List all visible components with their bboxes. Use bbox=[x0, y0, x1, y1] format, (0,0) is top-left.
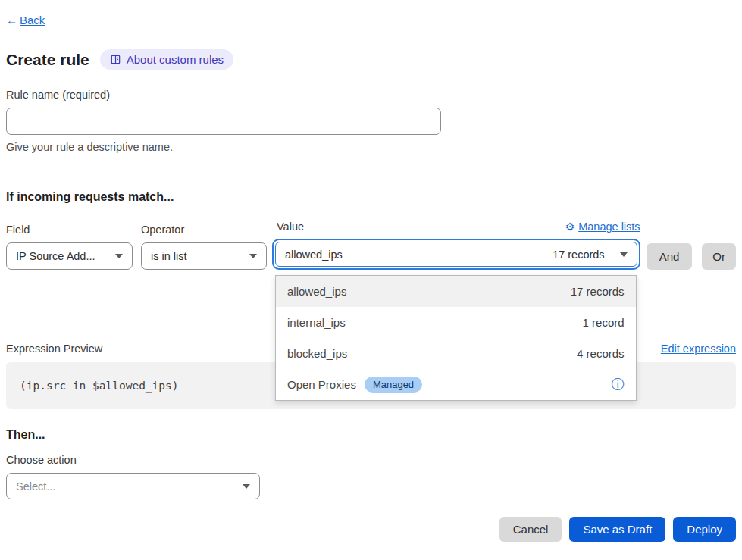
rule-name-label: Rule name (required) bbox=[6, 89, 736, 101]
expression-preview-label: Expression Preview bbox=[6, 343, 102, 355]
andor-buttons: And Or bbox=[647, 243, 736, 270]
list-record-count: 1 record bbox=[583, 316, 625, 329]
list-record-count: 17 records bbox=[571, 285, 625, 298]
operator-select[interactable]: is in list bbox=[141, 242, 267, 270]
field-column: Field IP Source Add... bbox=[6, 224, 133, 270]
list-item-blocked-ips[interactable]: blocked_ips 4 records bbox=[276, 338, 636, 369]
value-column: Value ⚙ Manage lists allowed_ips 17 reco… bbox=[272, 221, 640, 270]
then-heading: Then... bbox=[6, 428, 736, 442]
footer-actions: Cancel Save as Draft Deploy bbox=[6, 517, 736, 542]
chevron-down-icon bbox=[243, 484, 250, 489]
rule-name-helper: Give your rule a descriptive name. bbox=[6, 141, 736, 153]
list-name: allowed_ips bbox=[287, 285, 346, 298]
chevron-down-icon bbox=[115, 254, 123, 258]
operator-select-value: is in list bbox=[151, 250, 187, 262]
value-select-record-count: 17 records bbox=[553, 249, 605, 261]
manage-lists-label: Manage lists bbox=[578, 221, 640, 233]
back-label: Back bbox=[20, 14, 45, 27]
or-button[interactable]: Or bbox=[702, 243, 736, 270]
page-title: Create rule bbox=[6, 51, 89, 69]
managed-badge: Managed bbox=[365, 377, 422, 393]
deploy-button[interactable]: Deploy bbox=[673, 517, 736, 542]
action-select[interactable]: Select... bbox=[6, 473, 260, 499]
manage-lists-link[interactable]: ⚙ Manage lists bbox=[565, 221, 640, 233]
edit-expression-link[interactable]: Edit expression bbox=[661, 343, 736, 355]
rule-name-input[interactable] bbox=[6, 108, 441, 135]
list-item-internal-ips[interactable]: internal_ips 1 record bbox=[276, 307, 636, 338]
value-select-value: allowed_ips bbox=[285, 249, 343, 261]
list-item-open-proxies[interactable]: Open Proxies Managed ⓘ bbox=[276, 369, 636, 400]
list-item-allowed-ips[interactable]: allowed_ips 17 records bbox=[276, 276, 636, 307]
list-record-count: 4 records bbox=[577, 347, 625, 360]
save-as-draft-button[interactable]: Save as Draft bbox=[569, 517, 665, 542]
match-heading: If incoming requests match... bbox=[6, 190, 736, 204]
field-select[interactable]: IP Source Add... bbox=[6, 242, 133, 270]
section-divider bbox=[0, 174, 742, 174]
cancel-button[interactable]: Cancel bbox=[499, 517, 562, 542]
about-custom-rules-link[interactable]: About custom rules bbox=[100, 49, 233, 70]
chevron-down-icon bbox=[249, 254, 257, 258]
field-label: Field bbox=[6, 224, 133, 236]
choose-action-group: Choose action Select... bbox=[6, 454, 736, 499]
list-name: internal_ips bbox=[287, 316, 346, 329]
value-dropdown-panel: allowed_ips 17 records internal_ips 1 re… bbox=[275, 275, 637, 401]
and-button[interactable]: And bbox=[647, 243, 693, 270]
choose-action-label: Choose action bbox=[6, 454, 736, 466]
about-label: About custom rules bbox=[127, 53, 224, 66]
back-arrow-icon: ← bbox=[6, 14, 17, 27]
list-name: blocked_ips bbox=[287, 347, 347, 360]
field-select-value: IP Source Add... bbox=[16, 250, 95, 262]
value-select-focus-ring: allowed_ips 17 records bbox=[272, 239, 640, 270]
condition-row: Field IP Source Add... Operator is in li… bbox=[6, 221, 736, 270]
info-icon[interactable]: ⓘ bbox=[612, 378, 625, 391]
value-select[interactable]: allowed_ips 17 records bbox=[275, 242, 637, 267]
chevron-down-icon bbox=[620, 252, 628, 257]
rule-name-group: Rule name (required) Give your rule a de… bbox=[6, 89, 736, 153]
action-select-placeholder: Select... bbox=[16, 480, 55, 493]
list-name: Open Proxies bbox=[287, 378, 356, 391]
value-label: Value bbox=[272, 221, 304, 233]
create-rule-page: ← Back Create rule About custom rules Ru… bbox=[0, 0, 742, 560]
operator-label: Operator bbox=[141, 224, 267, 236]
expression-code: (ip.src in $allowed_ips) bbox=[20, 380, 179, 392]
title-row: Create rule About custom rules bbox=[6, 49, 736, 70]
gear-icon: ⚙ bbox=[565, 221, 575, 232]
back-link[interactable]: ← Back bbox=[6, 14, 45, 27]
operator-column: Operator is in list bbox=[141, 224, 267, 270]
book-icon bbox=[110, 54, 121, 65]
